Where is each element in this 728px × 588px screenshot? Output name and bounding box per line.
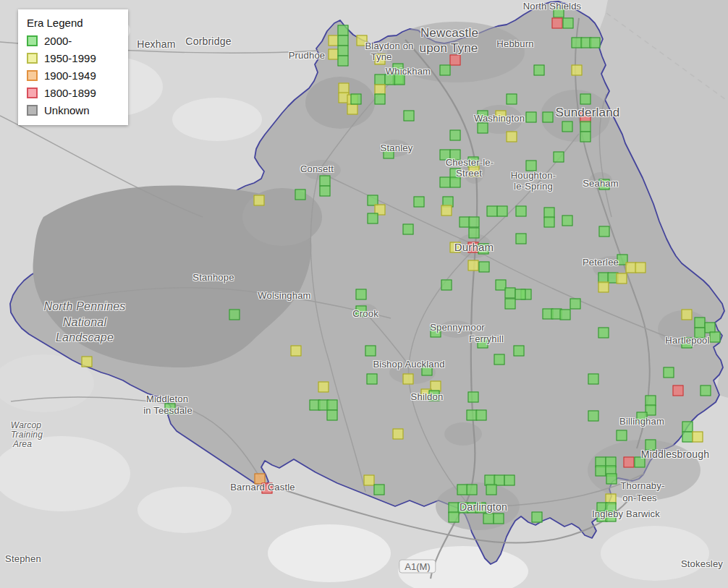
- place-label: upon Tyne: [420, 41, 478, 56]
- legend-title: Era Legend: [27, 17, 119, 29]
- place-label: Warcop: [11, 420, 41, 430]
- place-label: Stokesley: [681, 558, 723, 569]
- legend-item-label: 1800-1899: [44, 87, 96, 99]
- map-canvas[interactable]: Newcastleupon TyneSunderlandNorth Shield…: [0, 0, 728, 588]
- place-label: Consett: [300, 163, 334, 174]
- place-label: Ferryhill: [469, 333, 504, 344]
- place-label: le-Spring: [514, 181, 553, 192]
- place-label: Corbridge: [185, 35, 231, 47]
- place-label: Whickham: [386, 66, 431, 77]
- place-label: Hexham: [137, 38, 175, 50]
- road-badge-a1m: A1(M): [399, 560, 436, 574]
- place-label: Hartlepool: [665, 335, 709, 346]
- place-label: Ingleby Barwick: [592, 508, 660, 519]
- place-label: Middlesbrough: [641, 448, 709, 460]
- place-label: Billingham: [619, 416, 664, 427]
- place-label: Hebburn: [496, 38, 533, 49]
- place-label: in Teesdale: [143, 405, 192, 416]
- place-label: Washington: [474, 113, 525, 124]
- place-label: on-Tees: [622, 493, 657, 503]
- legend-item-label: 1900-1949: [44, 69, 96, 82]
- legend-swatch-icon: [27, 35, 38, 46]
- place-label: Newcastle: [420, 26, 478, 41]
- legend-item-2000-: 2000-: [27, 35, 119, 47]
- place-label: Peterlee: [583, 257, 619, 268]
- place-label: Stanley: [381, 142, 413, 153]
- place-label: Barnard Castle: [230, 482, 295, 493]
- legend-swatch-icon: [27, 88, 38, 98]
- place-label: Training: [11, 430, 43, 440]
- legend-item-label: 1950-1999: [44, 52, 96, 64]
- place-label: Thornaby-: [620, 480, 664, 491]
- place-label: Bishop Auckland: [373, 359, 444, 370]
- legend-swatch-icon: [27, 70, 38, 81]
- place-label: Darlington: [460, 501, 507, 513]
- legend-item-unknown: Unknown: [27, 104, 119, 116]
- place-label: Shildon: [411, 391, 444, 402]
- place-label: Chester-le-: [446, 157, 494, 168]
- legend-swatch-icon: [27, 105, 38, 116]
- place-label: Seaham: [583, 178, 619, 189]
- place-label: Sunderland: [556, 106, 620, 120]
- place-label: North Pennines: [43, 300, 125, 313]
- legend-item-1900-1949: 1900-1949: [27, 69, 119, 82]
- place-label: Houghton-: [511, 170, 556, 181]
- place-label: North Shields: [523, 1, 582, 12]
- place-label: Blaydon on: [365, 41, 413, 51]
- legend-item-1950-1999: 1950-1999: [27, 52, 119, 64]
- place-label: Landscape: [56, 331, 114, 344]
- place-label: Middleton: [146, 393, 188, 404]
- era-legend: Era Legend 2000-1950-19991900-19491800-1…: [18, 9, 128, 125]
- place-label: Stanhope: [192, 272, 234, 283]
- place-label: National: [63, 316, 106, 329]
- place-label: Tyne: [371, 51, 392, 62]
- place-label: Spennymoor: [430, 322, 485, 333]
- place-label: Prudhoe: [289, 50, 326, 61]
- legend-swatch-icon: [27, 53, 38, 64]
- place-label: Crook: [352, 308, 378, 319]
- legend-item-1800-1899: 1800-1899: [27, 87, 119, 99]
- place-label: Area: [13, 439, 32, 449]
- legend-item-label: 2000-: [44, 35, 72, 47]
- place-label: Wolsingham: [258, 290, 310, 301]
- legend-items: 2000-1950-19991900-19491800-1899Unknown: [27, 35, 119, 116]
- place-label: Durham: [454, 241, 494, 253]
- place-label: Street: [456, 168, 482, 179]
- legend-item-label: Unknown: [44, 104, 90, 116]
- place-label: Stephen: [5, 553, 41, 564]
